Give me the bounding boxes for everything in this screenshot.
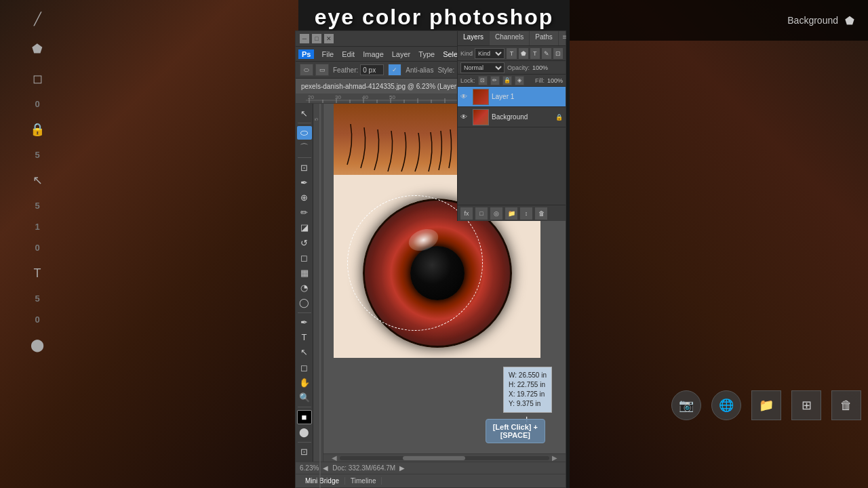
- page-title: eye color photoshop: [315, 5, 554, 30]
- right-bottom-icons: 📷 🌐 📁 ⊞ 🗑: [671, 390, 861, 420]
- pupil: [410, 246, 465, 300]
- info-x: X: 19.725 in: [509, 390, 547, 399]
- pencil-icon: ╱: [25, 7, 50, 31]
- info-y: Y: 9.375 in: [509, 399, 547, 409]
- layer-1-thumbnail: [473, 104, 489, 105]
- add-mask-btn[interactable]: □: [475, 207, 488, 220]
- menu-layer[interactable]: Layer: [389, 49, 414, 60]
- side-number-1: 1: [35, 222, 39, 232]
- camera-icon: 📷: [671, 390, 701, 420]
- right-top-bar: Background ⬟: [570, 0, 868, 41]
- separator-5: [298, 442, 311, 443]
- background-lock-icon: 🔒: [555, 114, 563, 121]
- antialias-checkbox[interactable]: ✓: [388, 64, 401, 76]
- eraser-tool[interactable]: ◻: [297, 251, 312, 264]
- window-controls: ─ □ ✕: [300, 34, 334, 43]
- doc-size: Doc: 332.3M/664.7M: [332, 464, 395, 472]
- dodge-tool[interactable]: ◯: [297, 296, 312, 310]
- svg-text:5: 5: [314, 118, 319, 121]
- app-container: ╱ ⬟ ◻ 0 🔒 5 ↖ 5 1 0 T 5 0 ⬤ Background ⬟…: [0, 0, 868, 488]
- menu-image[interactable]: Image: [359, 49, 387, 60]
- add-adjustment-btn[interactable]: ◎: [490, 207, 502, 220]
- folder-icon: 📁: [751, 390, 781, 420]
- iris-container: [363, 199, 512, 348]
- trash-icon: 🗑: [831, 390, 861, 420]
- layers-footer: fx □ ◎ 📁 ↕ 🗑: [458, 205, 566, 221]
- feather-input[interactable]: [360, 64, 384, 75]
- background-visibility[interactable]: 👁: [460, 113, 470, 121]
- healing-brush-tool[interactable]: ⊕: [297, 191, 312, 205]
- history-brush-tool[interactable]: ↺: [297, 236, 312, 249]
- menu-file[interactable]: File: [318, 49, 337, 60]
- bottom-panel: Mini Bridge Timeline: [296, 474, 566, 487]
- shape-tool[interactable]: ◻: [297, 361, 312, 374]
- iris: [363, 199, 512, 348]
- leftclick-line2: [SPACE]: [493, 431, 538, 439]
- ellipse-tool-option[interactable]: ⬭: [300, 64, 313, 76]
- scrollbar-track[interactable]: [340, 456, 549, 460]
- quick-mask[interactable]: ⬤: [297, 426, 312, 439]
- ps-logo: Ps: [298, 49, 314, 59]
- separator-2: [298, 157, 311, 158]
- tool-shape-group: ⬭ ▭: [300, 64, 329, 76]
- eyedropper-tool[interactable]: ✒: [297, 176, 312, 189]
- move-tool[interactable]: ↖: [297, 106, 312, 120]
- crop-tool[interactable]: ⊡: [297, 161, 312, 174]
- scroll-arrow-left[interactable]: ◀: [332, 454, 337, 462]
- right-side-decorative: Background ⬟ 📷 🌐 📁 ⊞ 🗑: [570, 0, 868, 488]
- menu-type[interactable]: Type: [415, 49, 438, 60]
- left-click-tooltip: [Left Click] + [SPACE]: [486, 419, 545, 443]
- type-tool[interactable]: T: [297, 331, 312, 344]
- status-bar: 6.23% ◀ Doc: 332.3M/664.7M ▶: [296, 462, 566, 474]
- side-number-5-3: 5: [35, 293, 39, 304]
- minimize-button[interactable]: ─: [300, 34, 309, 43]
- clone-stamp-tool[interactable]: ◪: [297, 221, 312, 235]
- layers-panel: Layers Channels Paths ≡ Kind Kind T ⬟ T …: [457, 104, 566, 221]
- side-number-0: 0: [35, 99, 39, 109]
- scroll-arrow-right[interactable]: ▶: [552, 454, 557, 462]
- blur-tool[interactable]: ◔: [297, 281, 312, 294]
- zoom-tool[interactable]: 🔍: [297, 390, 312, 404]
- elliptical-marquee-tool[interactable]: ⬭: [297, 126, 312, 140]
- screen-mode[interactable]: ⊡: [297, 445, 312, 459]
- svg-text:20: 20: [308, 94, 314, 100]
- rect-tool-option[interactable]: ▭: [315, 64, 329, 76]
- layer-item-background[interactable]: 👁 Background 🔒: [458, 107, 566, 127]
- nav-arrow-2[interactable]: ▶: [399, 464, 405, 472]
- selection-tool[interactable]: ↖: [297, 346, 312, 359]
- side-number-0-3: 0: [35, 314, 39, 325]
- scrollbar-horizontal[interactable]: ◀ ▶: [323, 453, 566, 462]
- pen-tool[interactable]: ✒: [297, 316, 312, 329]
- new-group-btn[interactable]: 📁: [505, 207, 517, 220]
- photoshop-window: ─ □ ✕ Ps File Edit Image Layer Type Sele…: [295, 30, 566, 488]
- add-effect-btn[interactable]: fx: [460, 207, 473, 220]
- style-label: Style:: [437, 66, 454, 74]
- eraser-icon: ◻: [25, 66, 50, 91]
- new-layer-btn[interactable]: ↕: [520, 207, 532, 220]
- close-button[interactable]: ✕: [324, 34, 334, 43]
- nav-arrow-1[interactable]: ◀: [323, 464, 328, 472]
- side-number-0-2: 0: [35, 243, 39, 253]
- delete-layer-btn[interactable]: 🗑: [535, 207, 547, 220]
- gradient-tool[interactable]: ▦: [297, 266, 312, 279]
- info-w: W: 26.550 in: [509, 371, 547, 380]
- type-icon-side: T: [25, 261, 50, 285]
- scrollbar-thumb[interactable]: [403, 456, 466, 460]
- toolbar: ↖ ⬭ ⌒ ⊡ ✒ ⊕ ✏ ◪ ↺ ◻ ▦ ◔ ◯ ✒ T ↖ ◻ ✋: [296, 104, 313, 462]
- foreground-color[interactable]: ■: [297, 410, 312, 424]
- tab-timeline[interactable]: Timeline: [345, 477, 382, 485]
- brush-tool[interactable]: ✏: [297, 206, 312, 220]
- arrow-icon-side: ↖: [25, 168, 50, 192]
- side-number-5-2: 5: [35, 201, 39, 211]
- maximize-button[interactable]: □: [312, 34, 321, 43]
- antialias-label: Anti-alias: [406, 66, 433, 74]
- hand-tool[interactable]: ✋: [297, 375, 312, 389]
- separator-1: [298, 123, 311, 123]
- background-thumbnail: [473, 109, 489, 125]
- menu-edit[interactable]: Edit: [338, 49, 358, 60]
- svg-text:30: 30: [335, 94, 341, 100]
- stamp-icon: ⬟: [25, 37, 50, 61]
- lasso-tool[interactable]: ⌒: [297, 141, 312, 155]
- grid-icon: ⊞: [791, 390, 821, 420]
- separator-3: [298, 312, 311, 313]
